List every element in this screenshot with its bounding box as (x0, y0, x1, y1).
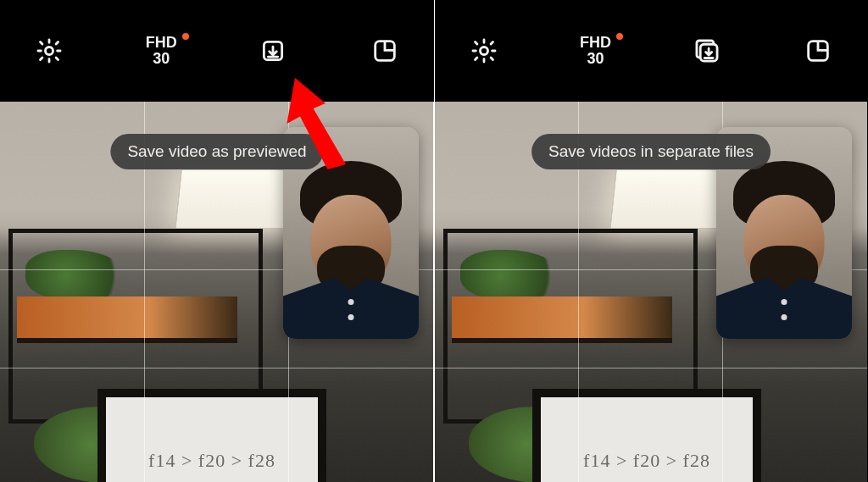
svg-point-0 (45, 47, 53, 54)
gear-icon[interactable] (469, 36, 499, 66)
recording-dot-icon (616, 33, 623, 40)
whiteboard: f14 > f20 > f28 (97, 389, 326, 482)
resolution-indicator[interactable]: FHD 30 (580, 35, 611, 67)
svg-point-4 (480, 47, 487, 54)
whiteboard-text: f14 > f20 > f28 (583, 450, 710, 472)
screenshot-left: FHD 30 f14 > f20 > f28 Save video as pre… (0, 0, 434, 482)
layout-pip-icon[interactable] (803, 36, 833, 66)
resolution-line1: FHD (580, 35, 611, 51)
save-mode-tooltip: Save videos in separate files (531, 134, 771, 169)
layout-pip-icon[interactable] (370, 36, 400, 66)
gear-icon[interactable] (34, 36, 64, 66)
save-mode-tooltip: Save video as previewed (110, 134, 323, 169)
resolution-line1: FHD (146, 35, 177, 51)
recording-dot-icon (182, 33, 189, 40)
screenshot-right: FHD 30 f14 > f20 > f28 (433, 0, 867, 482)
camera-top-bar: FHD 30 (0, 0, 434, 102)
save-single-icon[interactable] (258, 36, 288, 66)
save-separate-icon[interactable] (692, 36, 722, 66)
camera-viewfinder[interactable]: f14 > f20 > f28 Save video as previewed (0, 102, 434, 482)
whiteboard-text: f14 > f20 > f28 (148, 450, 275, 472)
resolution-indicator[interactable]: FHD 30 (146, 35, 177, 67)
tooltip-text: Save videos in separate files (548, 142, 754, 160)
resolution-line2: 30 (580, 51, 611, 67)
camera-top-bar: FHD 30 (435, 0, 867, 102)
tooltip-text: Save video as previewed (127, 142, 306, 160)
resolution-line2: 30 (146, 51, 177, 67)
whiteboard: f14 > f20 > f28 (532, 389, 761, 482)
camera-viewfinder[interactable]: f14 > f20 > f28 Save videos in separate … (435, 102, 867, 482)
